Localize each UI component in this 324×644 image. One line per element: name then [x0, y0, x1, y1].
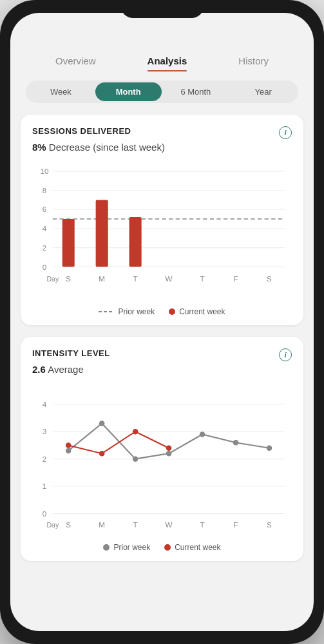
- svg-text:10: 10: [41, 167, 49, 175]
- svg-text:W: W: [166, 274, 173, 283]
- sessions-legend: Prior week Current week: [32, 307, 292, 316]
- current-line: [68, 431, 169, 453]
- bar-T: [129, 217, 142, 267]
- intensity-prior-label: Prior week: [113, 543, 150, 552]
- prior-dot-T: [133, 457, 138, 462]
- tab-week[interactable]: Week: [28, 82, 94, 101]
- tab-month[interactable]: Month: [95, 82, 162, 101]
- svg-text:4: 4: [43, 224, 47, 232]
- tab-year[interactable]: Year: [230, 82, 296, 101]
- notch: [120, 0, 204, 18]
- sessions-legend-current: Current week: [169, 307, 225, 316]
- svg-text:T: T: [133, 520, 138, 529]
- top-nav: Overview Analysis History: [10, 45, 314, 70]
- svg-text:F: F: [233, 520, 238, 529]
- svg-text:6: 6: [43, 205, 46, 213]
- svg-point-22: [169, 308, 175, 315]
- svg-text:S: S: [267, 274, 272, 283]
- current-dot-T: [133, 429, 138, 434]
- intensity-legend-prior: Prior week: [103, 543, 150, 552]
- svg-text:T: T: [200, 274, 205, 283]
- sessions-stat: 8% Decrease (since last week): [32, 142, 292, 153]
- intensity-title: INTENSITY LEVEL: [32, 348, 110, 358]
- svg-text:W: W: [166, 520, 173, 529]
- svg-text:1: 1: [43, 482, 46, 490]
- prior-dot-F: [233, 440, 238, 445]
- sessions-svg: 10 8 6 4 2 0: [32, 162, 292, 298]
- svg-text:2: 2: [43, 243, 46, 252]
- svg-text:T: T: [133, 274, 138, 283]
- intensity-stat-value: 2.6: [32, 364, 46, 375]
- sessions-chart: 10 8 6 4 2 0: [32, 162, 292, 301]
- prior-week-dash-icon: [99, 308, 114, 315]
- current-dot-M: [99, 451, 104, 456]
- intensity-card-header: INTENSITY LEVEL i: [32, 348, 292, 361]
- sessions-card-header: SESSIONS DELIVERED i: [32, 126, 292, 139]
- svg-text:S: S: [66, 520, 71, 529]
- screen: Overview Analysis History Week Month 6 M…: [10, 13, 314, 631]
- sessions-stat-label: Decrease (since last week): [46, 142, 165, 153]
- svg-text:Day: Day: [46, 275, 59, 283]
- period-tabs: Week Month 6 Month Year: [26, 80, 298, 103]
- nav-overview[interactable]: Overview: [55, 52, 96, 70]
- sessions-current-label: Current week: [179, 307, 225, 316]
- svg-text:8: 8: [43, 186, 46, 194]
- phone-frame: Overview Analysis History Week Month 6 M…: [0, 0, 324, 644]
- svg-text:M: M: [99, 520, 105, 529]
- bar-S: [62, 219, 75, 267]
- svg-text:Day: Day: [46, 521, 59, 529]
- intensity-stat: 2.6 Average: [32, 364, 292, 375]
- intensity-legend: Prior week Current week: [32, 543, 292, 552]
- prior-dot-W: [166, 451, 171, 456]
- sessions-info-icon[interactable]: i: [279, 126, 292, 139]
- nav-analysis[interactable]: Analysis: [148, 52, 187, 70]
- prior-dot-S2: [267, 446, 272, 451]
- nav-history[interactable]: History: [238, 52, 269, 70]
- sessions-stat-value: 8%: [32, 142, 46, 153]
- sessions-prior-label: Prior week: [118, 307, 155, 316]
- svg-text:3: 3: [43, 428, 46, 436]
- intensity-current-dot-icon: [164, 544, 171, 551]
- sessions-title: SESSIONS DELIVERED: [32, 126, 131, 136]
- intensity-prior-dot-icon: [103, 544, 110, 551]
- svg-text:F: F: [233, 274, 238, 283]
- intensity-stat-label: Average: [46, 364, 84, 375]
- prior-dot-S: [66, 448, 71, 453]
- sessions-card: SESSIONS DELIVERED i 8% Decrease (since …: [21, 115, 303, 325]
- svg-text:S: S: [66, 274, 71, 283]
- svg-text:T: T: [200, 520, 205, 529]
- svg-text:0: 0: [43, 509, 47, 518]
- intensity-info-icon[interactable]: i: [279, 348, 292, 361]
- tab-6month[interactable]: 6 Month: [163, 82, 229, 101]
- intensity-card: INTENSITY LEVEL i 2.6 Average 4 3 2 1 0: [21, 337, 303, 561]
- prior-dot-M: [99, 421, 104, 426]
- intensity-current-label: Current week: [175, 543, 220, 552]
- svg-text:M: M: [99, 274, 105, 283]
- screen-inner: Overview Analysis History Week Month 6 M…: [10, 13, 314, 631]
- current-week-dot-icon: [169, 308, 175, 315]
- bar-M: [96, 200, 108, 267]
- svg-point-41: [103, 544, 110, 551]
- intensity-svg: 4 3 2 1 0: [32, 384, 292, 534]
- intensity-legend-current: Current week: [164, 543, 220, 552]
- sessions-legend-prior: Prior week: [99, 307, 155, 316]
- svg-text:4: 4: [43, 400, 47, 408]
- intensity-chart: 4 3 2 1 0: [32, 384, 292, 536]
- svg-text:0: 0: [43, 263, 47, 271]
- svg-text:S: S: [267, 520, 272, 529]
- prior-dot-T2: [200, 431, 205, 437]
- current-dot-S: [66, 442, 71, 448]
- svg-point-42: [164, 544, 171, 551]
- svg-text:2: 2: [43, 455, 46, 463]
- current-dot-W: [166, 446, 171, 451]
